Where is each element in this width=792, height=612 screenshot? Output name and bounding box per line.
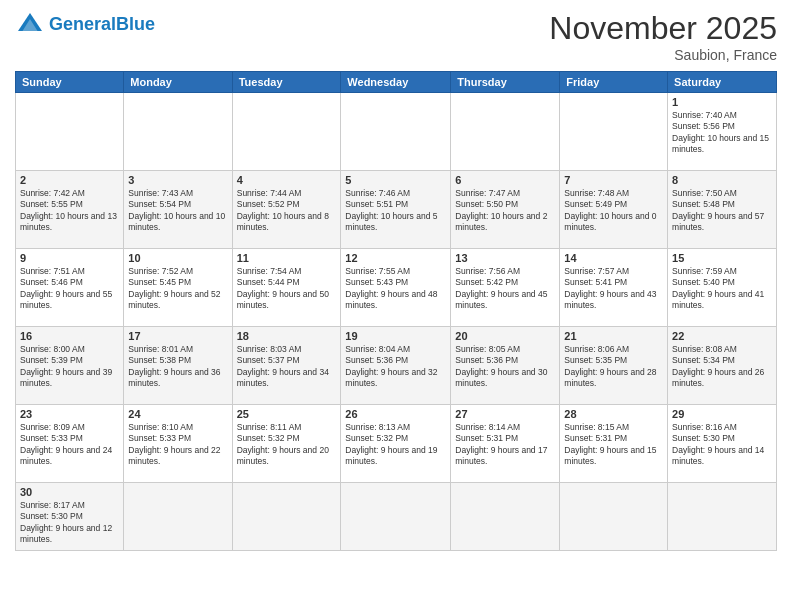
calendar-cell [451,93,560,171]
day-info: Sunrise: 8:04 AM Sunset: 5:36 PM Dayligh… [345,344,446,390]
logo: GeneralBlue [15,10,155,40]
day-info: Sunrise: 7:54 AM Sunset: 5:44 PM Dayligh… [237,266,337,312]
day-number: 19 [345,330,446,342]
weekday-header-monday: Monday [124,72,232,93]
weekday-header-sunday: Sunday [16,72,124,93]
calendar-week-row: 1Sunrise: 7:40 AM Sunset: 5:56 PM Daylig… [16,93,777,171]
weekday-header-row: SundayMondayTuesdayWednesdayThursdayFrid… [16,72,777,93]
calendar-cell: 29Sunrise: 8:16 AM Sunset: 5:30 PM Dayli… [668,405,777,483]
calendar-cell: 4Sunrise: 7:44 AM Sunset: 5:52 PM Daylig… [232,171,341,249]
day-number: 13 [455,252,555,264]
day-number: 24 [128,408,227,420]
day-info: Sunrise: 8:15 AM Sunset: 5:31 PM Dayligh… [564,422,663,468]
day-info: Sunrise: 7:48 AM Sunset: 5:49 PM Dayligh… [564,188,663,234]
day-number: 11 [237,252,337,264]
day-number: 16 [20,330,119,342]
day-info: Sunrise: 8:10 AM Sunset: 5:33 PM Dayligh… [128,422,227,468]
calendar-cell: 16Sunrise: 8:00 AM Sunset: 5:39 PM Dayli… [16,327,124,405]
weekday-header-wednesday: Wednesday [341,72,451,93]
weekday-header-saturday: Saturday [668,72,777,93]
day-number: 14 [564,252,663,264]
calendar-cell [124,483,232,551]
day-info: Sunrise: 8:16 AM Sunset: 5:30 PM Dayligh… [672,422,772,468]
day-number: 9 [20,252,119,264]
calendar-cell: 6Sunrise: 7:47 AM Sunset: 5:50 PM Daylig… [451,171,560,249]
day-number: 28 [564,408,663,420]
calendar-cell [560,93,668,171]
calendar-cell: 13Sunrise: 7:56 AM Sunset: 5:42 PM Dayli… [451,249,560,327]
calendar-cell: 14Sunrise: 7:57 AM Sunset: 5:41 PM Dayli… [560,249,668,327]
calendar-cell: 20Sunrise: 8:05 AM Sunset: 5:36 PM Dayli… [451,327,560,405]
calendar-week-row: 9Sunrise: 7:51 AM Sunset: 5:46 PM Daylig… [16,249,777,327]
calendar-cell [560,483,668,551]
day-number: 6 [455,174,555,186]
day-number: 22 [672,330,772,342]
calendar-cell: 24Sunrise: 8:10 AM Sunset: 5:33 PM Dayli… [124,405,232,483]
calendar-cell [232,93,341,171]
calendar-cell: 17Sunrise: 8:01 AM Sunset: 5:38 PM Dayli… [124,327,232,405]
calendar-cell [341,93,451,171]
location: Saubion, France [549,47,777,63]
day-number: 17 [128,330,227,342]
day-info: Sunrise: 7:40 AM Sunset: 5:56 PM Dayligh… [672,110,772,156]
calendar-cell [668,483,777,551]
day-info: Sunrise: 7:57 AM Sunset: 5:41 PM Dayligh… [564,266,663,312]
day-info: Sunrise: 8:08 AM Sunset: 5:34 PM Dayligh… [672,344,772,390]
day-info: Sunrise: 8:03 AM Sunset: 5:37 PM Dayligh… [237,344,337,390]
day-info: Sunrise: 7:44 AM Sunset: 5:52 PM Dayligh… [237,188,337,234]
calendar-cell: 8Sunrise: 7:50 AM Sunset: 5:48 PM Daylig… [668,171,777,249]
day-number: 27 [455,408,555,420]
day-number: 26 [345,408,446,420]
calendar-cell: 21Sunrise: 8:06 AM Sunset: 5:35 PM Dayli… [560,327,668,405]
logo-text: GeneralBlue [49,15,155,35]
day-info: Sunrise: 7:59 AM Sunset: 5:40 PM Dayligh… [672,266,772,312]
calendar-cell: 27Sunrise: 8:14 AM Sunset: 5:31 PM Dayli… [451,405,560,483]
calendar-cell: 1Sunrise: 7:40 AM Sunset: 5:56 PM Daylig… [668,93,777,171]
calendar-week-row: 30Sunrise: 8:17 AM Sunset: 5:30 PM Dayli… [16,483,777,551]
day-number: 8 [672,174,772,186]
day-number: 12 [345,252,446,264]
day-info: Sunrise: 8:05 AM Sunset: 5:36 PM Dayligh… [455,344,555,390]
day-info: Sunrise: 7:56 AM Sunset: 5:42 PM Dayligh… [455,266,555,312]
day-info: Sunrise: 7:50 AM Sunset: 5:48 PM Dayligh… [672,188,772,234]
day-info: Sunrise: 8:09 AM Sunset: 5:33 PM Dayligh… [20,422,119,468]
day-info: Sunrise: 7:43 AM Sunset: 5:54 PM Dayligh… [128,188,227,234]
day-number: 4 [237,174,337,186]
day-info: Sunrise: 8:01 AM Sunset: 5:38 PM Dayligh… [128,344,227,390]
calendar-cell [451,483,560,551]
calendar-cell: 30Sunrise: 8:17 AM Sunset: 5:30 PM Dayli… [16,483,124,551]
calendar-week-row: 23Sunrise: 8:09 AM Sunset: 5:33 PM Dayli… [16,405,777,483]
day-info: Sunrise: 7:42 AM Sunset: 5:55 PM Dayligh… [20,188,119,234]
day-info: Sunrise: 8:11 AM Sunset: 5:32 PM Dayligh… [237,422,337,468]
calendar-cell: 2Sunrise: 7:42 AM Sunset: 5:55 PM Daylig… [16,171,124,249]
day-info: Sunrise: 8:14 AM Sunset: 5:31 PM Dayligh… [455,422,555,468]
day-info: Sunrise: 8:06 AM Sunset: 5:35 PM Dayligh… [564,344,663,390]
calendar-cell: 25Sunrise: 8:11 AM Sunset: 5:32 PM Dayli… [232,405,341,483]
day-number: 3 [128,174,227,186]
logo-blue: Blue [116,14,155,34]
day-info: Sunrise: 8:13 AM Sunset: 5:32 PM Dayligh… [345,422,446,468]
calendar-cell: 5Sunrise: 7:46 AM Sunset: 5:51 PM Daylig… [341,171,451,249]
weekday-header-tuesday: Tuesday [232,72,341,93]
calendar-cell [16,93,124,171]
calendar-cell: 11Sunrise: 7:54 AM Sunset: 5:44 PM Dayli… [232,249,341,327]
calendar-cell: 18Sunrise: 8:03 AM Sunset: 5:37 PM Dayli… [232,327,341,405]
day-number: 23 [20,408,119,420]
day-number: 7 [564,174,663,186]
page: GeneralBlue November 2025 Saubion, Franc… [0,0,792,612]
calendar-cell: 3Sunrise: 7:43 AM Sunset: 5:54 PM Daylig… [124,171,232,249]
day-number: 2 [20,174,119,186]
calendar-cell: 19Sunrise: 8:04 AM Sunset: 5:36 PM Dayli… [341,327,451,405]
day-number: 15 [672,252,772,264]
day-number: 30 [20,486,119,498]
day-number: 1 [672,96,772,108]
calendar-cell: 9Sunrise: 7:51 AM Sunset: 5:46 PM Daylig… [16,249,124,327]
calendar-cell: 23Sunrise: 8:09 AM Sunset: 5:33 PM Dayli… [16,405,124,483]
calendar-cell [232,483,341,551]
weekday-header-friday: Friday [560,72,668,93]
calendar-cell [341,483,451,551]
day-number: 20 [455,330,555,342]
calendar-week-row: 2Sunrise: 7:42 AM Sunset: 5:55 PM Daylig… [16,171,777,249]
logo-icon [15,10,45,40]
calendar-table: SundayMondayTuesdayWednesdayThursdayFrid… [15,71,777,551]
